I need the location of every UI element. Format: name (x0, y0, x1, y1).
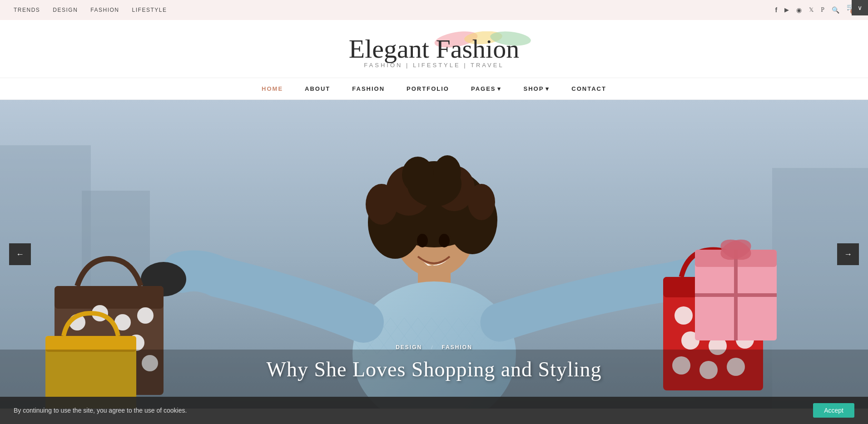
search-icon[interactable]: 🔍 (832, 6, 839, 14)
hero-tag-separator: / (431, 344, 432, 351)
nav-shop-label: SHOP (523, 85, 544, 92)
slider-prev-button[interactable]: ← (9, 243, 31, 265)
svg-point-29 (137, 307, 154, 324)
nav-pages-dropdown[interactable]: PAGES ▾ (471, 85, 502, 92)
nav-contact[interactable]: CONTACT (571, 85, 606, 92)
top-nav-trends[interactable]: TRENDS (14, 7, 40, 13)
hero-overlay: DESIGN / FASHION Why She Loves Shopping … (266, 344, 601, 381)
svg-point-41 (675, 306, 693, 325)
svg-point-17 (434, 155, 461, 190)
slider-next-button[interactable]: → (837, 243, 859, 265)
hero-tags: DESIGN / FASHION (266, 344, 601, 351)
instagram-icon[interactable]: ◉ (796, 6, 802, 14)
main-nav: HOME ABOUT FASHION PORTFOLIO PAGES ▾ SHO… (0, 78, 868, 100)
nav-about[interactable]: ABOUT (305, 85, 330, 92)
youtube-icon[interactable]: ▶ (784, 6, 789, 14)
top-icons: f ▶ ◉ 𝕏 P 🔍 🛒0 (775, 3, 854, 17)
svg-rect-25 (55, 286, 164, 309)
nav-home[interactable]: HOME (262, 85, 283, 92)
pinterest-icon[interactable]: P (821, 6, 824, 14)
svg-point-58 (439, 234, 450, 247)
collapse-button[interactable]: ∨ (852, 0, 868, 15)
nav-shop-dropdown[interactable]: SHOP ▾ (523, 85, 550, 92)
site-logo-title[interactable]: Elegant Fashion (349, 34, 519, 64)
hero-tag-design[interactable]: DESIGN (396, 344, 422, 351)
hero-title: Why She Loves Shopping and Styling (266, 357, 601, 381)
cookie-bar: By continuing to use the site, you agree… (0, 397, 868, 409)
hero-tag-fashion[interactable]: FASHION (442, 344, 472, 351)
svg-rect-38 (45, 336, 136, 352)
nav-portfolio[interactable]: PORTFOLIO (407, 85, 449, 92)
logo-area: Elegant Fashion FASHION | LIFESTYLE | TR… (0, 20, 868, 78)
svg-point-57 (417, 234, 428, 247)
facebook-icon[interactable]: f (775, 6, 778, 14)
nav-pages-label: PAGES (471, 85, 496, 92)
svg-point-15 (468, 184, 495, 220)
shop-chevron-icon: ▾ (546, 85, 550, 92)
top-bar: TRENDS DESIGN FASHION LIFESTYLE f ▶ ◉ 𝕏 … (0, 0, 868, 20)
top-nav: TRENDS DESIGN FASHION LIFESTYLE (14, 7, 167, 13)
twitter-icon[interactable]: 𝕏 (809, 6, 813, 14)
cookie-text: By continuing to use the site, you agree… (14, 407, 804, 409)
nav-fashion[interactable]: FASHION (352, 85, 385, 92)
top-nav-lifestyle[interactable]: LIFESTYLE (132, 7, 167, 13)
svg-point-16 (402, 157, 434, 193)
hero-background: ← → DESIGN / FASHION Why She Loves Shopp… (0, 100, 868, 409)
hero-slider: ← → DESIGN / FASHION Why She Loves Shopp… (0, 100, 868, 409)
accept-cookie-button[interactable]: Accept (813, 403, 854, 409)
svg-point-14 (366, 184, 397, 225)
pages-chevron-icon: ▾ (497, 85, 501, 92)
top-nav-fashion[interactable]: FASHION (90, 7, 119, 13)
top-nav-design[interactable]: DESIGN (53, 7, 78, 13)
